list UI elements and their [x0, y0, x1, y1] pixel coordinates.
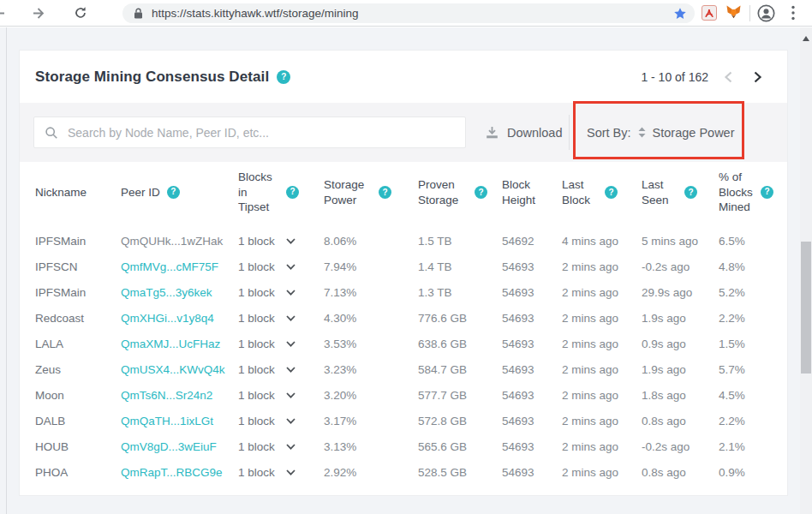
- search-icon: [45, 126, 58, 140]
- blocks-dropdown[interactable]: 1 block: [238, 466, 324, 479]
- cell-storage-power: 3.17%: [324, 415, 418, 427]
- cell-peer-id[interactable]: QmQaTH...1ixLGt: [121, 415, 238, 427]
- pagination-range: 1 - 10 of 162: [641, 70, 708, 84]
- blocks-dropdown[interactable]: 1 block: [238, 389, 324, 402]
- cell-pct-blocks-mined: 4.8%: [719, 260, 773, 273]
- search-box[interactable]: [33, 117, 466, 148]
- cell-nickname: IPFSCN: [35, 260, 121, 273]
- chevron-down-icon: [286, 392, 296, 398]
- cell-last-block: 2 mins ago: [562, 389, 642, 402]
- help-icon[interactable]: ?: [605, 186, 618, 199]
- consensus-detail-card: Storage Mining Consensus Detail ? 1 - 10…: [19, 50, 788, 496]
- column-header-last-block: Last Block?: [562, 177, 642, 207]
- column-label: Proven Storage: [418, 177, 468, 207]
- pdf-extension-icon[interactable]: [702, 5, 717, 21]
- prev-page-button[interactable]: [719, 69, 737, 86]
- cell-block-height: 54693: [502, 389, 562, 402]
- cell-last-seen: 1.8s ago: [642, 389, 719, 402]
- cell-peer-id[interactable]: QmaTg5...3y6kek: [121, 286, 238, 299]
- table-row: IPFSMainQmQUHk...1wZHak1 block8.06%1.5 T…: [35, 228, 773, 254]
- forward-icon[interactable]: [33, 6, 47, 21]
- scrollbar-thumb[interactable]: [801, 242, 811, 374]
- url-bar[interactable]: https://stats.kittyhawk.wtf/storage/mini…: [122, 3, 695, 23]
- help-icon[interactable]: ?: [684, 186, 697, 199]
- cell-last-seen: 5 mins ago: [642, 235, 719, 248]
- blocks-dropdown[interactable]: 1 block: [238, 286, 324, 299]
- blocks-dropdown[interactable]: 1 block: [238, 235, 324, 248]
- page-left-border: [6, 27, 7, 514]
- blocks-dropdown[interactable]: 1 block: [238, 312, 324, 325]
- table-row: DALBQmQaTH...1ixLGt1 block3.17%572.8 GB5…: [35, 408, 773, 433]
- table-row: RedcoastQmXHGi...v1y8q41 block4.30%776.6…: [35, 305, 773, 331]
- download-label: Download: [507, 126, 563, 140]
- cell-last-block: 2 mins ago: [562, 415, 642, 427]
- column-label: Last Seen: [642, 177, 678, 207]
- reload-icon[interactable]: [74, 6, 87, 20]
- cell-peer-id[interactable]: QmV8gD...3wEiuF: [121, 440, 238, 453]
- cell-peer-id[interactable]: QmfMVg...cMF75F: [121, 260, 238, 273]
- help-icon[interactable]: ?: [167, 186, 180, 199]
- column-header-pct-blocks-mined: % of Blocks Mined?: [719, 170, 773, 215]
- help-icon[interactable]: ?: [286, 186, 299, 199]
- column-header-last-seen: Last Seen?: [642, 177, 719, 207]
- table-header-row: NicknamePeer ID?Blocks in Tipset?Storage…: [35, 168, 773, 217]
- table-row: MoonQmTs6N...Sr24n21 block3.20%577.7 GB5…: [35, 382, 773, 408]
- blocks-dropdown[interactable]: 1 block: [238, 338, 324, 350]
- sort-by-control[interactable]: Sort By: Storage Power: [587, 103, 735, 162]
- cell-block-height: 54693: [502, 440, 562, 453]
- column-label: Storage Power: [324, 177, 372, 207]
- cell-last-seen: 0.9s ago: [642, 338, 719, 350]
- cell-storage-power: 2.92%: [324, 466, 418, 479]
- back-icon[interactable]: [0, 6, 5, 21]
- help-icon[interactable]: ?: [379, 186, 391, 199]
- metamask-fox-icon[interactable]: [726, 5, 741, 19]
- cell-block-height: 54693: [502, 415, 562, 427]
- blocks-value: 1 block: [238, 415, 275, 427]
- blocks-dropdown[interactable]: 1 block: [238, 415, 324, 427]
- profile-avatar-icon[interactable]: [757, 4, 775, 22]
- chevron-down-icon: [286, 418, 296, 424]
- cell-last-block: 2 mins ago: [562, 363, 642, 376]
- scrollbar-track[interactable]: [800, 27, 812, 514]
- bookmark-star-icon[interactable]: [673, 7, 687, 21]
- cell-peer-id[interactable]: QmUSX4...KWvQ4k: [121, 363, 238, 376]
- chevron-down-icon: [286, 367, 296, 373]
- blocks-value: 1 block: [238, 312, 275, 325]
- next-page-button[interactable]: [749, 69, 767, 86]
- blocks-value: 1 block: [238, 363, 275, 376]
- cell-nickname: LALA: [35, 338, 121, 350]
- cell-pct-blocks-mined: 1.5%: [719, 338, 773, 350]
- title-help-icon[interactable]: ?: [277, 70, 290, 84]
- toolbar-separator: [569, 115, 570, 150]
- scrollbar-up-arrow-icon[interactable]: [803, 33, 809, 41]
- column-header-proven-storage: Proven Storage?: [418, 177, 502, 207]
- cell-last-block: 2 mins ago: [562, 440, 642, 453]
- download-button[interactable]: Download: [485, 126, 563, 140]
- column-label: Last Block: [562, 177, 598, 207]
- cell-storage-power: 3.20%: [324, 389, 418, 402]
- cell-peer-id[interactable]: QmaXMJ...UcFHaz: [121, 338, 238, 350]
- chevron-down-icon: [286, 444, 296, 450]
- help-icon[interactable]: ?: [761, 186, 773, 199]
- chevron-down-icon: [286, 469, 296, 475]
- cell-peer-id[interactable]: QmRapT...RBCG9e: [121, 466, 238, 479]
- search-input[interactable]: [66, 125, 455, 140]
- blocks-dropdown[interactable]: 1 block: [238, 440, 324, 453]
- blocks-dropdown[interactable]: 1 block: [238, 260, 324, 273]
- blocks-value: 1 block: [238, 389, 275, 402]
- blocks-dropdown[interactable]: 1 block: [238, 363, 324, 376]
- help-icon[interactable]: ?: [475, 186, 487, 199]
- chevron-down-icon: [286, 238, 296, 244]
- chevron-down-icon: [286, 315, 296, 321]
- blocks-value: 1 block: [238, 286, 275, 299]
- cell-peer-id[interactable]: QmTs6N...Sr24n2: [121, 389, 238, 402]
- column-header-block-height: Block Height: [502, 177, 562, 207]
- cell-peer-id[interactable]: QmXHGi...v1y8q4: [121, 312, 238, 325]
- cell-nickname: Redcoast: [35, 312, 121, 325]
- column-label: Nickname: [35, 185, 87, 200]
- cell-last-block: 2 mins ago: [562, 338, 642, 350]
- browser-menu-icon[interactable]: [791, 5, 795, 21]
- column-header-blocks-in-tipset: Blocks in Tipset?: [238, 170, 324, 215]
- column-label: Block Height: [502, 177, 543, 207]
- cell-block-height: 54692: [502, 235, 562, 248]
